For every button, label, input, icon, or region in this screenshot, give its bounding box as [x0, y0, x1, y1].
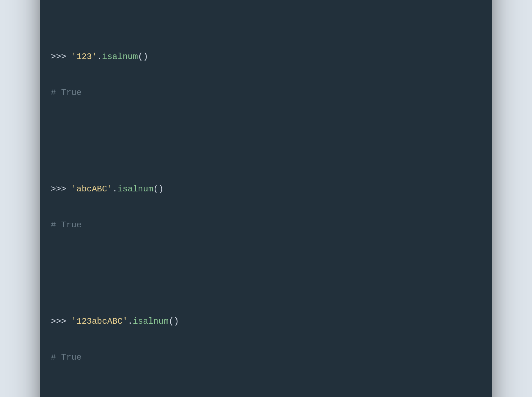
- parentheses: (): [169, 317, 179, 326]
- code-line: >>> 'abcABC'.isalnum(): [51, 183, 481, 195]
- comment-line: # True: [51, 87, 481, 99]
- parentheses: (): [153, 184, 164, 194]
- method-name: isalnum: [133, 317, 169, 326]
- repl-prompt: >>>: [51, 184, 71, 194]
- comment-text: # True: [51, 353, 81, 362]
- string-literal: '123': [71, 52, 97, 62]
- method-name: isalnum: [117, 184, 153, 194]
- code-block: >>> '123abcABC'.isalnum() # True: [51, 292, 481, 387]
- terminal-window: >>> ''.isalnum() # False >>> ' '.isalnum…: [40, 0, 492, 397]
- code-content: >>> ''.isalnum() # False >>> ' '.isalnum…: [51, 0, 481, 397]
- code-line: >>> '123abcABC'.isalnum(): [51, 316, 481, 328]
- comment-text: # True: [51, 88, 81, 97]
- code-block: >>> 'abcABC'.isalnum() # True: [51, 159, 481, 255]
- dot-operator: .: [128, 317, 133, 326]
- comment-line: # True: [51, 219, 481, 231]
- repl-prompt: >>>: [51, 52, 71, 62]
- comment-text: # True: [51, 220, 81, 230]
- method-name: isalnum: [102, 52, 138, 62]
- code-block: >>> '123'.isalnum() # True: [51, 27, 481, 123]
- code-line: >>> '123'.isalnum(): [51, 51, 481, 63]
- string-literal: '123abcABC': [71, 317, 128, 326]
- repl-prompt: >>>: [51, 317, 71, 326]
- dot-operator: .: [112, 184, 117, 194]
- parentheses: (): [138, 52, 148, 62]
- string-literal: 'abcABC': [71, 184, 112, 194]
- dot-operator: .: [97, 52, 102, 62]
- comment-line: # True: [51, 351, 481, 364]
